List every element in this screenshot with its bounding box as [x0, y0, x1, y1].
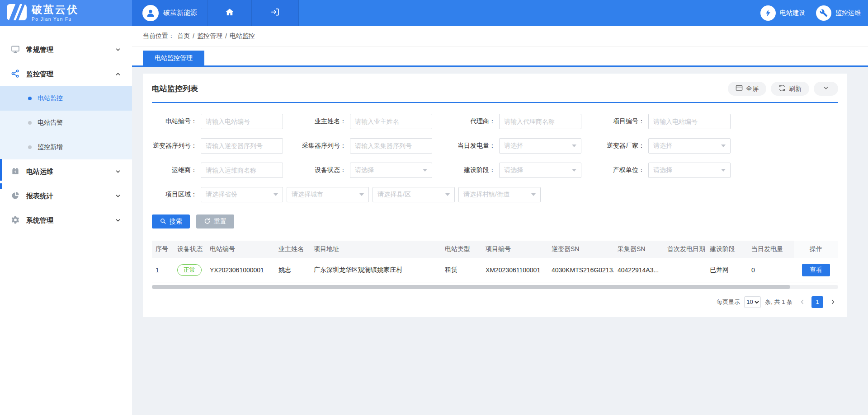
station-monitor-panel: 电站监控列表 全屏: [143, 74, 847, 317]
cell-station-type: 租赁: [441, 258, 482, 283]
village-select[interactable]: 请选择村镇/街道: [458, 187, 541, 202]
home-button[interactable]: [208, 0, 252, 26]
sidebar-item-station-ops[interactable]: 电站运维: [0, 159, 132, 184]
sidebar-subitem-label: 电站告警: [38, 119, 63, 127]
home-icon: [225, 7, 235, 19]
brand-logo-icon: [6, 3, 27, 23]
page-number-current[interactable]: 1: [811, 296, 823, 308]
filter-label: 电站编号：: [152, 117, 201, 126]
filter-label: 业主姓名：: [301, 117, 350, 126]
breadcrumb-monitor-management[interactable]: 监控管理: [197, 32, 222, 40]
sidebar-scrollbar[interactable]: [0, 183, 2, 189]
breadcrumb-prefix: 当前位置：: [143, 32, 175, 40]
network-icon: [11, 69, 20, 79]
brand-logo: 破茧云伏 Po Jian Yun Fu: [0, 0, 132, 26]
inverter-sn-input[interactable]: [201, 138, 283, 154]
daily-generation-select[interactable]: 请选择: [499, 138, 581, 154]
column-header: 首次发电日期: [664, 241, 706, 258]
tab-station-monitor-management[interactable]: 电站监控管理: [143, 51, 204, 65]
column-header: 序号: [152, 241, 174, 258]
device-status-select[interactable]: 请选择: [350, 163, 432, 178]
scrollbar-thumb[interactable]: [152, 285, 790, 289]
build-stage-select[interactable]: 请选择: [499, 163, 581, 178]
horizontal-scrollbar[interactable]: [152, 285, 838, 289]
sidebar-item-general-management[interactable]: 常规管理: [0, 37, 132, 62]
collapse-panel-button[interactable]: [814, 82, 838, 96]
cell-station-code: YX2023061000001: [206, 258, 275, 283]
select-placeholder: 请选择省份: [206, 191, 237, 199]
fullscreen-icon: [736, 85, 743, 93]
brand-subtitle: Po Jian Yun Fu: [32, 17, 79, 22]
logout-button[interactable]: [252, 0, 299, 26]
reset-button[interactable]: 重置: [196, 214, 234, 228]
sidebar-item-label: 监控管理: [26, 70, 53, 79]
sidebar-subitem-station-alarm[interactable]: 电站告警: [0, 111, 132, 135]
battery-icon: [11, 167, 20, 177]
caret-down-icon: [445, 193, 450, 196]
select-placeholder: 请选择: [653, 166, 672, 174]
breadcrumb-home[interactable]: 首页: [177, 32, 190, 40]
view-button[interactable]: 查看: [802, 264, 830, 276]
breadcrumb: 当前位置： 首页 / 监控管理 / 电站监控: [132, 26, 868, 47]
filter-label: 代理商：: [450, 117, 499, 126]
caret-down-icon: [572, 169, 576, 172]
project-code-input[interactable]: [648, 114, 731, 129]
nav-label: 电站建设: [780, 9, 805, 17]
city-select[interactable]: 请选择城市: [287, 187, 369, 202]
user-menu[interactable]: 破茧新能源: [132, 0, 208, 26]
column-header: 项目编号: [482, 241, 548, 258]
county-select[interactable]: 请选择县/区: [373, 187, 455, 202]
per-page-select[interactable]: 10: [744, 296, 761, 308]
filter-label: 项目编号：: [599, 117, 648, 126]
fullscreen-button[interactable]: 全屏: [728, 82, 766, 96]
status-badge: 正常: [177, 264, 202, 276]
table-header-row: 序号 设备状态 电站编号 业主姓名 项目地址 电站类型 项目编号 逆变器SN 采…: [152, 241, 838, 258]
bullet-icon: [28, 145, 32, 149]
breadcrumb-station-monitor: 电站监控: [230, 32, 255, 40]
column-header: 当日发电量: [748, 241, 794, 258]
sidebar-subitem-monitor-add[interactable]: 监控新增: [0, 135, 132, 159]
next-page-button[interactable]: [827, 296, 838, 308]
chevron-down-icon: [115, 217, 121, 224]
collector-sn-input[interactable]: [350, 138, 432, 154]
chevron-down-icon: [823, 85, 829, 93]
column-header-actions: 操作: [794, 241, 838, 258]
column-header: 电站编号: [206, 241, 275, 258]
lightning-icon: [760, 5, 776, 21]
sidebar-subitem-station-monitor[interactable]: 电站监控: [0, 86, 132, 111]
sidebar-item-monitor-management[interactable]: 监控管理: [0, 62, 132, 86]
refresh-icon: [778, 84, 786, 93]
nav-monitor-ops[interactable]: 监控运维: [816, 0, 861, 26]
cell-address: 广东深圳龙华区观澜镇姚家庄村: [310, 258, 441, 283]
page-title: 电站监控列表: [152, 84, 198, 94]
filter-label: 当日发电量：: [450, 142, 499, 150]
column-header: 设备状态: [174, 241, 206, 258]
agent-input[interactable]: [499, 114, 581, 129]
gear-icon: [11, 215, 20, 226]
owner-name-input[interactable]: [350, 114, 432, 129]
refresh-button[interactable]: 刷新: [771, 82, 809, 96]
cell-inverter-sn: 4030KMTS216G0213...: [548, 258, 614, 283]
sidebar-item-report-stats[interactable]: 报表统计: [0, 184, 132, 208]
column-header: 电站类型: [441, 241, 482, 258]
nav-station-construction[interactable]: 电站建设: [760, 0, 805, 26]
ops-provider-input[interactable]: [201, 163, 283, 178]
sidebar-item-system-management[interactable]: 系统管理: [0, 208, 132, 233]
cell-first-gen-date: [664, 258, 706, 283]
sidebar-item-label: 电站运维: [26, 168, 53, 176]
filter-label: 设备状态：: [301, 166, 350, 174]
sidebar: 常规管理 监控管理 电站监控: [0, 26, 132, 415]
province-select[interactable]: 请选择省份: [201, 187, 283, 202]
per-page-label: 每页显示: [717, 298, 740, 306]
search-button[interactable]: 搜索: [152, 214, 190, 228]
inverter-vendor-select[interactable]: 请选择: [648, 138, 731, 154]
nav-label: 监控运维: [835, 9, 861, 17]
select-placeholder: 请选择城市: [292, 191, 323, 199]
sidebar-scrollbar[interactable]: [0, 159, 2, 181]
user-name: 破茧新能源: [163, 9, 197, 17]
station-code-input[interactable]: [201, 114, 283, 129]
property-unit-select[interactable]: 请选择: [648, 163, 731, 178]
column-header: 项目地址: [310, 241, 441, 258]
prev-page-button[interactable]: [797, 296, 807, 308]
select-placeholder: 请选择: [504, 166, 523, 174]
